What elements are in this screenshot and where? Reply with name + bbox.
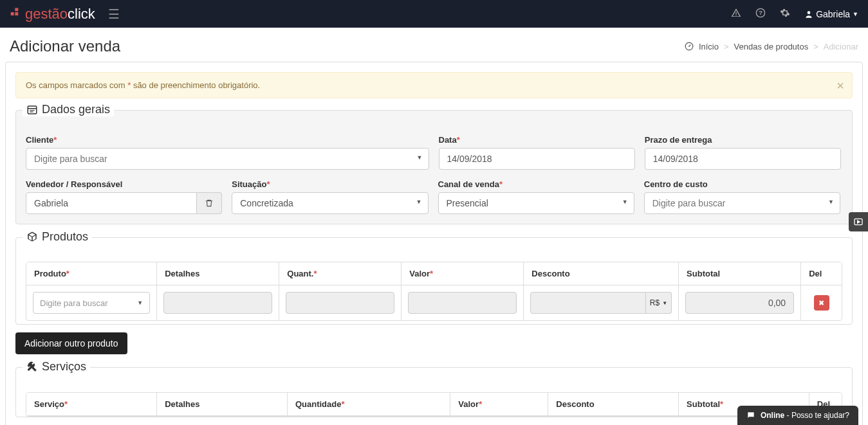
centro-custo-label: Centro de custo <box>644 179 840 189</box>
canal-select[interactable] <box>438 192 634 214</box>
breadcrumb-current: Adicionar <box>824 42 858 51</box>
table-row: Digite para buscar ▼ <box>26 285 842 321</box>
delete-row-button[interactable]: ✖ <box>814 295 829 311</box>
page-header: Adicionar venda Início > Vendas de produ… <box>0 28 868 62</box>
alert-text-after: são de preenchimento obrigatório. <box>131 80 260 90</box>
user-icon <box>804 10 813 19</box>
chevron-down-icon: ▼ <box>662 300 667 306</box>
produtos-table: Produto* Detalhes Quant.* Valor* Descont… <box>26 262 842 320</box>
navbar: gestãoclick ☰ ? Gabriela ▼ <box>0 0 868 28</box>
servicos-legend: Serviços <box>23 360 90 374</box>
dados-gerais-section: Dados gerais Cliente* Data* Prazo de ent… <box>15 110 853 224</box>
gear-icon[interactable] <box>780 8 790 20</box>
prazo-label: Prazo de entrega <box>645 135 841 145</box>
servicos-table: Serviço* Detalhes Quantidade* Valor* Des… <box>26 393 842 416</box>
servicos-section: Serviços Serviço* Detalhes Quantidade* V… <box>15 367 853 417</box>
vendedor-clear-icon[interactable] <box>197 192 222 214</box>
svg-rect-8 <box>28 106 37 114</box>
logo-text-2: click <box>68 6 95 23</box>
vendedor-input[interactable] <box>26 192 197 214</box>
svg-rect-0 <box>11 12 14 15</box>
produto-select[interactable]: Digite para buscar ▼ <box>33 292 150 314</box>
page-title: Adicionar venda <box>10 37 120 55</box>
detalhes-input[interactable] <box>163 292 272 314</box>
play-box-icon <box>853 217 863 227</box>
canal-label: Canal de venda* <box>438 179 634 189</box>
hamburger-icon[interactable]: ☰ <box>108 6 120 22</box>
chat-widget[interactable]: Online - Posso te ajudar? <box>737 406 858 425</box>
svg-rect-1 <box>15 12 18 15</box>
desconto-input[interactable] <box>530 292 645 314</box>
user-menu[interactable]: Gabriela ▼ <box>804 9 858 19</box>
subtotal-input <box>685 292 794 314</box>
centro-custo-input[interactable] <box>644 192 840 214</box>
required-fields-alert: Os campos marcados com * são de preenchi… <box>15 72 853 98</box>
warning-icon[interactable] <box>731 8 741 20</box>
quant-input[interactable] <box>286 292 394 314</box>
svg-point-7 <box>688 46 690 47</box>
cube-icon <box>26 231 38 242</box>
data-label: Data* <box>439 135 635 145</box>
situacao-select[interactable] <box>232 192 428 214</box>
cliente-label: Cliente* <box>26 135 429 145</box>
chat-status: Online <box>761 411 784 420</box>
breadcrumb-section[interactable]: Vendas de produtos <box>734 42 809 51</box>
main-panel: Os campos marcados com * são de preenchi… <box>5 62 863 425</box>
prazo-input[interactable] <box>645 148 841 170</box>
svg-rect-2 <box>15 8 18 11</box>
data-input[interactable] <box>439 148 635 170</box>
situacao-label: Situação* <box>232 179 428 189</box>
alert-text-before: Os campos marcados com <box>26 80 127 90</box>
tools-icon <box>26 361 38 373</box>
desconto-unit-select[interactable]: R$ ▼ <box>646 292 672 314</box>
form-icon <box>26 104 38 116</box>
logo[interactable]: gestãoclick <box>10 6 95 23</box>
produtos-legend: Produtos <box>23 230 92 244</box>
breadcrumb: Início > Vendas de produtos > Adicionar <box>685 42 858 51</box>
valor-input[interactable] <box>408 292 517 314</box>
user-name: Gabriela <box>816 9 850 19</box>
logo-icon <box>10 6 23 22</box>
breadcrumb-home[interactable]: Início <box>699 42 719 51</box>
cliente-input[interactable] <box>26 148 429 170</box>
logo-text-1: gestão <box>25 6 68 23</box>
side-panel-toggle[interactable] <box>849 212 868 231</box>
help-icon[interactable]: ? <box>755 8 766 20</box>
chevron-down-icon: ▼ <box>853 11 858 17</box>
vendedor-label: Vendedor / Responsável <box>26 179 222 189</box>
chat-text: - Posso te ajudar? <box>784 411 849 420</box>
add-product-button[interactable]: Adicionar outro produto <box>15 332 127 354</box>
svg-text:?: ? <box>759 10 762 16</box>
produtos-section: Produtos Produto* Detalhes Quant.* Valor… <box>15 237 853 325</box>
dashboard-icon <box>685 42 694 51</box>
alert-close-icon[interactable]: × <box>836 79 844 92</box>
chat-icon <box>746 411 755 420</box>
chevron-down-icon: ▼ <box>137 300 143 306</box>
dados-gerais-legend: Dados gerais <box>23 103 114 116</box>
svg-point-5 <box>808 11 811 14</box>
